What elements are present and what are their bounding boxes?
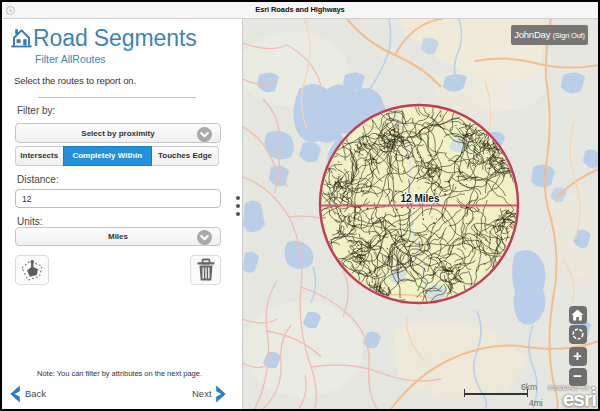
svg-text:12 Miles: 12 Miles bbox=[401, 193, 440, 204]
